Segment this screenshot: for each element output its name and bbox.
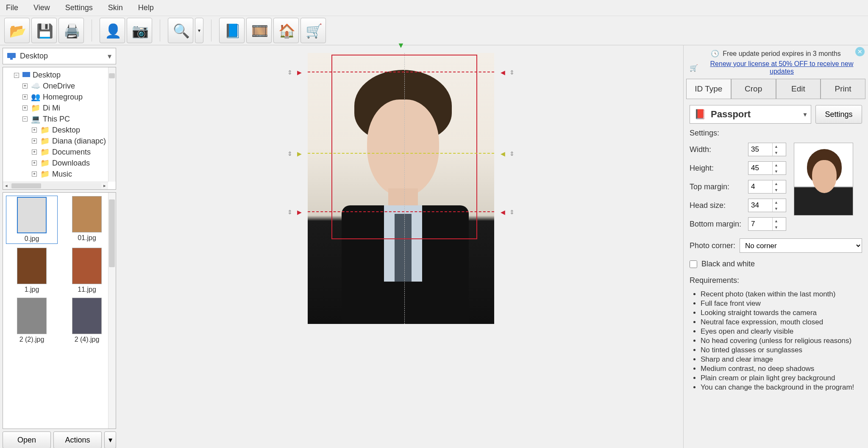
expand-icon[interactable]: + [22, 83, 28, 88]
zoom-button[interactable]: 🔍 [168, 18, 193, 43]
location-combo[interactable]: Desktop ▾ [3, 48, 116, 64]
top-left-marker[interactable]: ▶ [295, 68, 303, 77]
expand-icon[interactable]: + [32, 138, 37, 144]
tree-item-desktop[interactable]: +📁Desktop [32, 124, 116, 136]
nudge-vert-icon[interactable]: ⇕ [508, 208, 516, 216]
menu-file[interactable]: File [3, 2, 21, 14]
nudge-vert-icon[interactable]: ⇕ [508, 149, 516, 158]
width-spinner[interactable]: ▲▼ [748, 143, 786, 156]
expand-icon[interactable]: + [22, 105, 28, 111]
promo-line1: Free update period expires in 3 months [723, 50, 840, 58]
expand-icon[interactable]: + [22, 94, 28, 100]
spin-up-icon[interactable]: ▲ [773, 143, 780, 149]
top-right-marker[interactable]: ◀ [498, 68, 507, 77]
home-button[interactable]: 🏠 [273, 18, 299, 43]
spin-down-icon[interactable]: ▼ [773, 168, 780, 174]
thumbnail-item[interactable]: 2 (4).jpg [61, 298, 112, 343]
spin-up-icon[interactable]: ▲ [773, 180, 780, 187]
height-spinner[interactable]: ▲▼ [748, 161, 786, 175]
tree-item-diana[interactable]: +📁Diana (dianapc) [32, 136, 116, 147]
thumbnail-item[interactable]: 11.jpg [61, 248, 112, 293]
expand-icon[interactable]: + [32, 160, 37, 166]
eye-right-marker[interactable]: ◀ [498, 149, 507, 158]
tab-id-type[interactable]: ID Type [686, 79, 731, 99]
top-guide-line[interactable] [308, 72, 494, 72]
expand-icon[interactable]: + [32, 171, 37, 177]
tab-crop[interactable]: Crop [731, 79, 776, 99]
head-size-spinner[interactable]: ▲▼ [748, 199, 786, 212]
menu-skin[interactable]: Skin [106, 2, 125, 14]
spin-up-icon[interactable]: ▲ [773, 218, 780, 224]
spin-up-icon[interactable]: ▲ [773, 199, 780, 205]
width-input[interactable] [748, 144, 772, 155]
tab-edit[interactable]: Edit [776, 79, 821, 99]
bw-checkbox-row[interactable]: Black and white [690, 260, 862, 268]
top-margin-input[interactable] [748, 181, 772, 193]
menu-settings[interactable]: Settings [63, 2, 95, 14]
top-margin-spinner[interactable]: ▲▼ [748, 180, 786, 194]
requirement-item: Full face front view [701, 299, 862, 308]
tree-vertical-scrollbar[interactable] [108, 67, 116, 182]
id-type-combo[interactable]: 📕 Passport ▾ [690, 105, 811, 124]
nudge-vert-icon[interactable]: ⇕ [286, 149, 294, 158]
head-size-input[interactable] [748, 199, 772, 211]
thumbnail-item[interactable]: 2 (2).jpg [6, 298, 57, 343]
tree-horizontal-scrollbar[interactable]: ◂▸ [3, 182, 108, 189]
menu-view[interactable]: View [31, 2, 53, 14]
spin-down-icon[interactable]: ▼ [773, 149, 780, 156]
tree-item-onedrive[interactable]: +☁️OneDrive [22, 80, 116, 91]
person-button[interactable]: 👤 [100, 18, 125, 43]
collapse-icon[interactable]: − [22, 116, 28, 122]
top-center-handle[interactable]: ▼ [397, 41, 405, 50]
spin-down-icon[interactable]: ▼ [773, 224, 780, 230]
photo-preview[interactable]: ▼ ▶ ◀ ▶ ◀ ▶ ◀ ⇕ ⇕ ⇕ ⇕ ⇕ ⇕ [308, 53, 494, 324]
thumbs-vertical-scrollbar[interactable] [108, 193, 116, 429]
menu-help[interactable]: Help [136, 2, 156, 14]
height-input[interactable] [748, 162, 772, 174]
chin-guide-line[interactable] [308, 211, 494, 212]
nudge-vert-icon[interactable]: ⇕ [286, 208, 294, 216]
bw-checkbox[interactable] [690, 260, 697, 268]
bottom-margin-input[interactable] [748, 218, 772, 230]
tab-print[interactable]: Print [821, 79, 865, 99]
camera-button[interactable]: 📷 [127, 18, 152, 43]
thumbnail-item[interactable]: 0.jpg [6, 196, 57, 243]
tree-root[interactable]: − Desktop [14, 70, 116, 80]
collapse-icon[interactable]: − [14, 73, 19, 78]
eye-left-marker[interactable]: ▶ [295, 149, 303, 158]
expand-icon[interactable]: + [32, 127, 37, 133]
thumbnail-item[interactable]: 1.jpg [6, 248, 57, 293]
save-button[interactable]: 💾 [31, 18, 57, 43]
tree-item-documents[interactable]: +📁Documents [32, 147, 116, 158]
eye-guide-line[interactable] [308, 153, 494, 154]
spin-down-icon[interactable]: ▼ [773, 187, 780, 193]
print-button[interactable]: 🖨️ [58, 18, 84, 43]
chin-right-marker[interactable]: ◀ [498, 208, 507, 216]
photo-corner-select[interactable]: No corner [740, 238, 862, 253]
chin-left-marker[interactable]: ▶ [295, 208, 303, 216]
nudge-vert-icon[interactable]: ⇕ [286, 68, 294, 77]
actions-dropdown[interactable]: ▾ [104, 431, 116, 448]
tree-item-homegroup[interactable]: +👥Homegroup [22, 91, 116, 102]
zoom-dropdown[interactable]: ▾ [195, 18, 203, 43]
bottom-margin-spinner[interactable]: ▲▼ [748, 217, 786, 231]
tree-item-downloads[interactable]: +📁Downloads [32, 158, 116, 169]
help-button[interactable]: 📘 [219, 18, 245, 43]
nudge-vert-icon[interactable]: ⇕ [508, 68, 516, 77]
id-settings-button[interactable]: Settings [815, 105, 862, 124]
open-file-button[interactable]: Open [3, 431, 51, 448]
spin-up-icon[interactable]: ▲ [773, 162, 780, 168]
actions-button[interactable]: Actions [53, 431, 102, 448]
open-button[interactable]: 📂 [4, 18, 30, 43]
tree-item-user[interactable]: +📁Di Mi [22, 102, 116, 113]
thumbnail-item[interactable]: 01.jpg [61, 196, 112, 243]
video-button[interactable]: 🎞️ [246, 18, 272, 43]
spin-down-icon[interactable]: ▼ [773, 205, 780, 212]
tree-item-thispc[interactable]: −💻This PC [22, 113, 116, 124]
tree-item-music[interactable]: +📁Music [32, 169, 116, 180]
renew-license-link[interactable]: Renew your license at 50% OFF to receive… [701, 60, 862, 75]
expand-icon[interactable]: + [32, 149, 37, 155]
close-promo-button[interactable]: ✕ [855, 47, 865, 56]
requirement-item: Neutral face expression, mouth closed [701, 318, 862, 326]
cart-button[interactable]: 🛒 [300, 18, 326, 43]
